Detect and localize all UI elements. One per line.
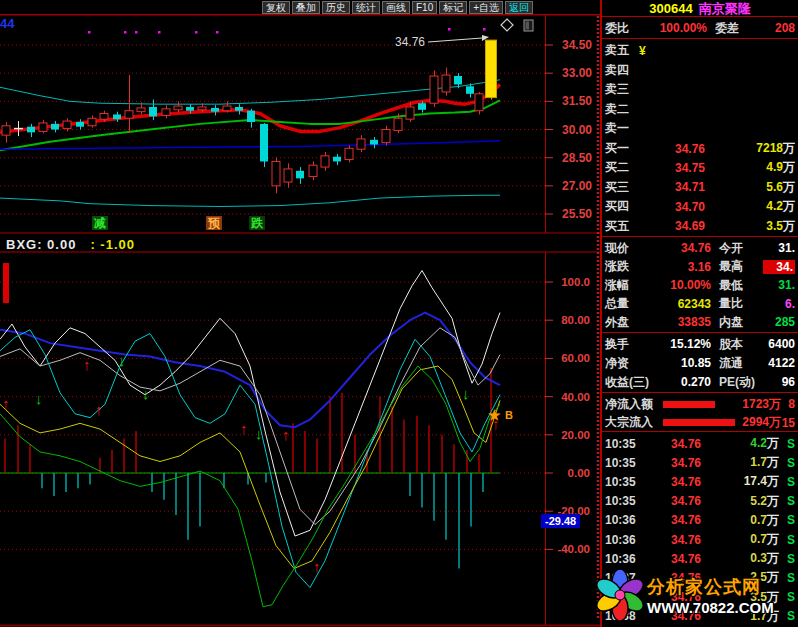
panel-text: 万: [783, 141, 795, 155]
buy-row-1[interactable]: 买二34.754.9万: [602, 158, 798, 177]
panel-text: 0.3: [750, 551, 767, 565]
indicator-name-value: BXG: 0.00: [6, 237, 76, 252]
buy-row-0[interactable]: 买一34.767218万: [602, 139, 798, 158]
panel-text: 万: [783, 199, 795, 213]
tick-row-2[interactable]: 10:3534.7617.4万S: [602, 472, 798, 491]
panel-text: 净资: [605, 355, 661, 372]
tick-row-5[interactable]: 10:3634.760.7万S: [602, 530, 798, 549]
tick-row-8[interactable]: 10:3734.763.5万S: [602, 588, 798, 607]
panel-text: 0.7万: [701, 512, 779, 529]
tick-row-4[interactable]: 10:3634.760.7万S: [602, 511, 798, 530]
stock-name: 南京聚隆: [699, 1, 751, 16]
svg-text:↓: ↓: [462, 385, 470, 402]
svg-text:34.50: 34.50: [562, 38, 592, 52]
panel-text: 涨跌: [605, 258, 649, 275]
panel-text: 7218: [756, 141, 783, 155]
panel-text: 2994万: [735, 414, 781, 431]
panel-text: 34.76: [645, 590, 701, 604]
panel-text: 6.: [763, 297, 795, 311]
panel-text: 0.270: [661, 375, 711, 389]
panel-text: 34.76: [645, 533, 701, 547]
panel-text: 买三: [605, 179, 639, 196]
panel-text: 0.7: [750, 513, 767, 527]
panel-text: 100.00%: [641, 21, 707, 35]
panel-text: 5.2: [750, 494, 767, 508]
panel-text: 大宗流入: [605, 414, 663, 431]
panel-text: 8: [781, 397, 795, 411]
panel-text: 5.6: [766, 180, 783, 194]
panel-text: 34.76: [645, 494, 701, 508]
panel-text: 总量: [605, 295, 649, 312]
svg-text:31.50: 31.50: [562, 94, 592, 108]
panel-text: S: [779, 513, 795, 527]
panel-text: 买一: [605, 140, 639, 157]
buy-row-3[interactable]: 买四34.704.2万: [602, 197, 798, 216]
panel-text: 0.3万: [701, 550, 779, 567]
fin-row-2: 收益(三)0.270PE(动)96: [602, 373, 798, 391]
sell-row-0[interactable]: 卖五¥: [602, 41, 798, 60]
tick-row-3[interactable]: 10:3534.765.2万S: [602, 492, 798, 511]
tick-row-0[interactable]: 10:3534.764.2万S: [602, 434, 798, 453]
panel-text: 33835: [649, 315, 711, 329]
fin-row-0: 换手15.12%股本6400: [602, 335, 798, 353]
panel-text: 34.75: [639, 161, 705, 175]
panel-text: 量比: [719, 295, 763, 312]
svg-text:↓: ↓: [255, 425, 263, 442]
tick-row-1[interactable]: 10:3534.761.7万S: [602, 453, 798, 472]
panel-text: 卖二: [605, 101, 639, 118]
svg-text:★: ★: [488, 407, 501, 423]
svg-text:33.00: 33.00: [562, 66, 592, 80]
panel-separator: [602, 236, 798, 237]
panel-text: 10:36: [605, 552, 645, 566]
panel-text: 17.4万: [701, 473, 779, 490]
panel-text: 2.5: [750, 570, 767, 584]
buy-row-4[interactable]: 买五34.693.5万: [602, 217, 798, 236]
panel-text: 34.71: [639, 180, 705, 194]
tick-row-6[interactable]: 10:3634.760.3万S: [602, 549, 798, 568]
panel-text: 卖一: [605, 120, 639, 137]
panel-text: 0.7: [750, 532, 767, 546]
panel-text: 最低: [719, 277, 763, 294]
buy-row-2[interactable]: 买三34.715.6万: [602, 178, 798, 197]
panel-text: 34.76: [645, 437, 701, 451]
sell-row-4[interactable]: 卖一: [602, 119, 798, 138]
panel-text: 买四: [605, 198, 639, 215]
panel-text: 0.7万: [701, 531, 779, 548]
tick-row-7[interactable]: 10:3734.762.5万S: [602, 568, 798, 587]
panel-text: 4122: [763, 356, 795, 370]
panel-text: 31.: [763, 241, 795, 255]
panel-text: 17.4: [744, 474, 767, 488]
svg-text:80.00: 80.00: [561, 314, 590, 326]
panel-text: 万: [767, 590, 779, 604]
panel-text: 10:37: [605, 590, 645, 604]
panel-text: 10:37: [605, 571, 645, 585]
stock-app-window: 复权叠加历史统计画线F10标记+自选返回 44 34.5033.0031.503…: [0, 0, 798, 627]
panel-text: 34.76: [649, 241, 711, 255]
panel-text: PE(动): [719, 374, 763, 391]
panel-separator: [602, 431, 798, 432]
svg-text:↓: ↓: [35, 390, 43, 407]
stock-code: 300644: [649, 1, 692, 16]
sell-row-3[interactable]: 卖二: [602, 100, 798, 119]
svg-text:↓: ↓: [142, 385, 150, 402]
indicator-current-value-tag: -29.48: [541, 514, 580, 528]
panel-text: 1.7万: [701, 608, 779, 625]
tick-row-9[interactable]: 10:3834.761.7万S: [602, 607, 798, 626]
svg-text:↑: ↑: [2, 395, 10, 412]
panel-text: 涨幅: [605, 277, 649, 294]
info-row-0: 现价34.76今开31.: [602, 239, 798, 257]
signal-tag-1: 预: [206, 216, 222, 230]
sell-row-1[interactable]: 卖四: [602, 61, 798, 80]
panel-text: 收益(三): [605, 374, 661, 391]
svg-text:↓: ↓: [118, 352, 126, 369]
sell-row-2[interactable]: 卖三: [602, 80, 798, 99]
svg-text:100.0: 100.0: [561, 276, 590, 288]
panel-text: 3.5万: [705, 218, 795, 235]
panel-text: 10:35: [605, 456, 645, 470]
panel-text: 34.76: [645, 609, 701, 623]
svg-text:-40.00: -40.00: [557, 543, 590, 555]
chart-canvas[interactable]: 34.5033.0031.5030.0028.5027.0025.5034.76…: [0, 0, 600, 627]
panel-text: 34.76: [645, 513, 701, 527]
panel-text: 买二: [605, 159, 639, 176]
stock-header[interactable]: 300644南京聚隆: [602, 0, 798, 15]
